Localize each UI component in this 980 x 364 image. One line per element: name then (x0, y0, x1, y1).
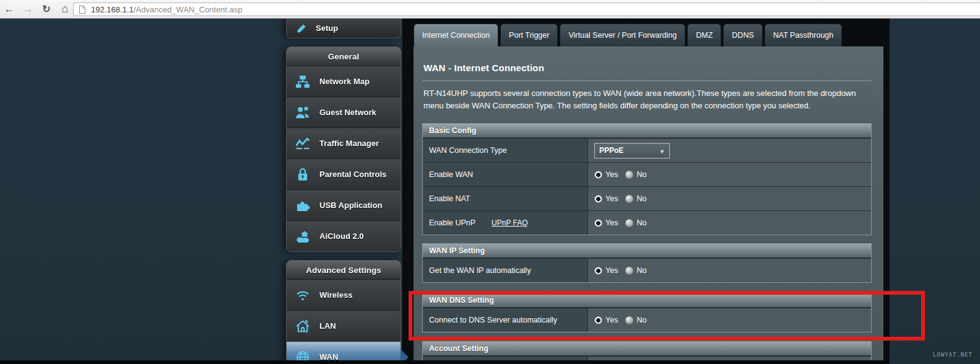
radio-yes[interactable] (594, 316, 602, 324)
traffic-chart-icon (294, 135, 311, 152)
upnp-faq-link[interactable]: UPnP FAQ (492, 219, 527, 227)
sidebar-item-wireless[interactable]: Wireless (287, 279, 401, 310)
sidebar-section-advanced: Advanced Settings Wireless LAN (286, 260, 401, 364)
row-label: WAN Connection Type (423, 139, 588, 162)
reload-icon[interactable] (37, 3, 56, 15)
url-path: /Advanced_WAN_Content.asp (134, 5, 243, 14)
wan-connection-type-select[interactable]: PPPoE (594, 143, 670, 158)
radio-yes[interactable] (594, 267, 602, 275)
radio-label: Yes (605, 316, 618, 324)
sidebar-item-label: Setup (316, 24, 338, 33)
router-admin-screen: 192.168.1.1/Advanced_WAN_Content.asp Set… (0, 0, 980, 364)
watermark: LOWYAT.NET (933, 352, 973, 358)
section-header: WAN DNS Setting (423, 293, 871, 308)
row-label: Get the WAN IP automatically (423, 259, 588, 282)
sidebar-item-parental-controls[interactable]: Parental Controls (287, 158, 401, 189)
forward-icon[interactable] (19, 3, 37, 15)
browser-toolbar: 192.168.1.1/Advanced_WAN_Content.asp (0, 0, 980, 19)
chevron-down-icon (659, 145, 665, 156)
guest-network-icon (294, 104, 311, 121)
radio-no[interactable] (625, 171, 633, 179)
table-row: WAN Connection Type PPPoE (423, 138, 871, 162)
sidebar-section-title: Advanced Settings (287, 261, 401, 279)
sidebar-item-label: Network Map (319, 77, 370, 86)
url-host: 192.168.1.1 (91, 5, 134, 14)
row-label: Enable UPnP UPnP FAQ (423, 211, 588, 235)
home-icon[interactable] (56, 2, 74, 15)
radio-no[interactable] (625, 316, 633, 324)
section-header: Account Setting (423, 342, 871, 356)
sidebar-section-general: General Network Map Guest Network (286, 46, 401, 252)
tab-virtual-server[interactable]: Virtual Server / Port Forwarding (560, 24, 685, 46)
radio-yes[interactable] (594, 219, 602, 227)
radio-label: No (636, 194, 646, 203)
sidebar-item-lan[interactable]: LAN (287, 310, 401, 341)
lock-icon (294, 166, 311, 183)
row-label: Enable WAN (423, 163, 588, 186)
page-document-icon (78, 5, 86, 14)
tab-port-trigger[interactable]: Port Trigger (500, 24, 558, 46)
puzzle-icon (294, 197, 311, 214)
title-divider (422, 80, 872, 81)
sidebar-section-title: General (287, 47, 401, 66)
page-title: WAN - Internet Connection (423, 63, 872, 73)
row-label-text: Enable UPnP (429, 219, 475, 227)
tab-nat-passthrough[interactable]: NAT Passthrough (765, 24, 843, 46)
section-wan-ip: WAN IP Setting Get the WAN IP automatica… (422, 243, 872, 283)
sidebar-item-usb-application[interactable]: USB Application (287, 189, 401, 220)
sidebar-item-label: Parental Controls (319, 170, 386, 179)
row-label: Connect to DNS Server automatically (423, 308, 588, 332)
sidebar: Setup General Network Map Guest Network (286, 19, 401, 364)
row-value: Yes No (588, 187, 871, 210)
wifi-icon (294, 287, 311, 304)
table-row: Get the WAN IP automatically Yes No (423, 258, 871, 282)
row-value: PPPoE (588, 139, 871, 162)
section-header: WAN IP Setting (423, 244, 871, 258)
row-value: Yes No (588, 308, 871, 332)
sidebar-item-aicloud[interactable]: AiCloud 2.0 (287, 220, 401, 251)
selected-option: PPPoE (599, 146, 623, 155)
cloud-icon (294, 228, 311, 245)
sidebar-item-setup[interactable]: Setup (286, 19, 401, 38)
radio-no[interactable] (625, 219, 633, 227)
pencil-icon (295, 22, 308, 35)
address-bar[interactable]: 192.168.1.1/Advanced_WAN_Content.asp (73, 2, 980, 16)
sidebar-item-label: LAN (319, 321, 336, 331)
sidebar-item-label: Guest Network (319, 108, 376, 117)
radio-label: No (636, 266, 646, 275)
tab-ddns[interactable]: DDNS (723, 24, 762, 46)
table-row: Enable WAN Yes No (423, 162, 871, 186)
content-panel: WAN - Internet Connection RT-N14UHP supp… (414, 46, 883, 364)
radio-no[interactable] (625, 195, 633, 203)
tab-internet-connection[interactable]: Internet Connection (414, 24, 498, 46)
section-basic-config: Basic Config WAN Connection Type PPPoE E… (422, 123, 872, 235)
sidebar-item-network-map[interactable]: Network Map (287, 66, 401, 97)
radio-label: Yes (605, 266, 618, 275)
url-text: 192.168.1.1/Advanced_WAN_Content.asp (91, 5, 243, 14)
sidebar-item-label: AiCloud 2.0 (319, 232, 364, 241)
radio-label: No (636, 219, 646, 227)
sidebar-item-guest-network[interactable]: Guest Network (287, 97, 401, 128)
house-icon (294, 318, 311, 335)
radio-yes[interactable] (594, 195, 602, 203)
row-value: Yes No (588, 163, 871, 186)
table-row: Enable UPnP UPnP FAQ Yes No (423, 210, 871, 235)
row-label: Enable NAT (423, 187, 588, 210)
section-wan-dns: WAN DNS Setting Connect to DNS Server au… (422, 293, 872, 332)
tab-dmz[interactable]: DMZ (687, 24, 721, 46)
back-icon[interactable] (0, 3, 19, 15)
network-map-icon (294, 73, 311, 90)
row-value: Yes No (588, 211, 871, 235)
radio-label: Yes (605, 194, 618, 203)
radio-yes[interactable] (594, 171, 602, 179)
page-background: Setup General Network Map Guest Network (0, 19, 980, 364)
sidebar-item-traffic-manager[interactable]: Traffic Manager (287, 128, 401, 158)
tab-bar: Internet Connection Port Trigger Virtual… (414, 24, 844, 46)
table-row: Connect to DNS Server automatically Yes … (423, 308, 871, 332)
sidebar-item-label: Traffic Manager (319, 139, 379, 148)
page-description: RT-N14UHP supports several connection ty… (423, 87, 870, 112)
radio-label: No (636, 170, 646, 179)
radio-label: No (636, 316, 646, 324)
radio-no[interactable] (625, 267, 633, 275)
bottom-edge (0, 360, 890, 364)
